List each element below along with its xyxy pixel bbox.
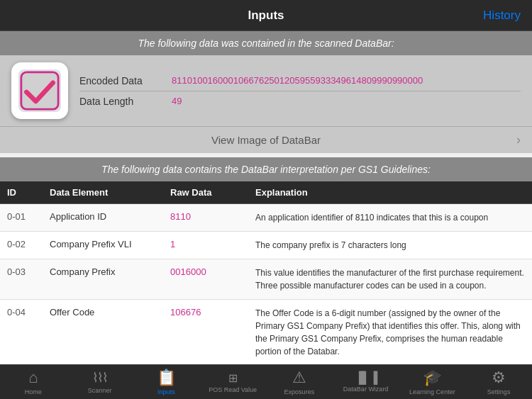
page-title: Inputs xyxy=(248,9,284,23)
table-row[interactable]: 0-04 Offer Code 106676 The Offer Code is… xyxy=(0,300,532,366)
tab-inputs[interactable]: 📋 Inputs xyxy=(133,369,200,395)
cell-element: Company Prefix xyxy=(50,266,170,277)
databar-header: The following data was contained in the … xyxy=(0,31,532,55)
encoded-data-row: Encoded Data 811010016000106676250120595… xyxy=(79,71,521,91)
databar-header-text: The following data was contained in the … xyxy=(138,38,394,49)
home-icon: ⌂ xyxy=(28,369,38,387)
top-nav-bar: Inputs History xyxy=(0,0,532,31)
col-header-explanation: Explanation xyxy=(255,187,525,198)
logo-inner xyxy=(18,69,61,112)
cell-id: 0-02 xyxy=(7,239,50,249)
table-row[interactable]: 0-03 Company Prefix 0016000 This value i… xyxy=(0,259,532,300)
data-length-value: 49 xyxy=(172,96,521,106)
cell-rawdata: 0016000 xyxy=(170,266,255,277)
tab-pos-label: POS Read Value xyxy=(209,386,257,393)
inputs-icon: 📋 xyxy=(157,369,176,387)
cell-rawdata: 8110 xyxy=(170,211,255,222)
bottom-tab-bar: ⌂ Home ⌇⌇⌇ Scanner 📋 Inputs ⊞ POS Read V… xyxy=(0,364,532,399)
data-fields: Encoded Data 811010016000106676250120595… xyxy=(79,71,521,111)
cell-element: Application ID xyxy=(50,211,170,222)
cell-explanation: This value identifies the manufacturer o… xyxy=(255,266,525,292)
tab-scanner[interactable]: ⌇⌇⌇ Scanner xyxy=(67,370,133,394)
view-image-label: View Image of DataBar xyxy=(211,134,321,146)
app-logo xyxy=(11,62,68,119)
encoded-data-value: 8110100160001066762501205955933349614809… xyxy=(172,75,521,86)
cell-rawdata: 1 xyxy=(170,239,255,249)
tab-settings[interactable]: ⚙ Settings xyxy=(465,369,532,395)
view-image-row[interactable]: View Image of DataBar › xyxy=(0,126,532,153)
cell-explanation: An application identifier of 8110 indica… xyxy=(255,211,525,224)
wizard-icon: ▐▌▐ xyxy=(355,371,377,384)
tab-exposures[interactable]: ⚠ Exposures xyxy=(266,369,333,395)
tab-settings-label: Settings xyxy=(487,388,511,395)
cell-rawdata: 106676 xyxy=(170,307,255,317)
exposures-icon: ⚠ xyxy=(292,369,306,387)
data-table: ID Data Element Raw Data Explanation 0-0… xyxy=(0,181,532,366)
cell-id: 0-03 xyxy=(7,266,50,277)
tab-home-label: Home xyxy=(25,388,42,395)
history-button[interactable]: History xyxy=(483,9,521,23)
cell-explanation: The company prefix is 7 characters long xyxy=(255,239,525,252)
cell-id: 0-04 xyxy=(7,307,50,317)
scanner-icon: ⌇⌇⌇ xyxy=(92,370,107,386)
data-length-row: Data Length 49 xyxy=(79,91,521,111)
main-content: The following data was contained in the … xyxy=(0,31,532,369)
data-length-label: Data Length xyxy=(79,96,172,107)
tab-wizard[interactable]: ▐▌▐ DataBar Wizard xyxy=(333,371,399,393)
tab-learning[interactable]: 🎓 Learning Center xyxy=(399,369,466,395)
logo-svg xyxy=(20,71,60,111)
chevron-right-icon: › xyxy=(516,133,521,147)
cell-explanation: The Offer Code is a 6-digit number (assi… xyxy=(255,307,525,358)
cell-element: Offer Code xyxy=(50,307,170,317)
table-row[interactable]: 0-02 Company Prefix VLI 1 The company pr… xyxy=(0,232,532,259)
cell-element: Company Prefix VLI xyxy=(50,239,170,249)
pos-icon: ⊞ xyxy=(228,371,238,385)
col-header-rawdata: Raw Data xyxy=(170,187,255,198)
table-rows-container: 0-01 Application ID 8110 An application … xyxy=(0,204,532,366)
cell-id: 0-01 xyxy=(7,211,50,222)
col-header-element: Data Element xyxy=(50,187,170,198)
gs1-header: The following data contains the DataBar … xyxy=(0,157,532,181)
tab-wizard-label: DataBar Wizard xyxy=(343,386,389,393)
tab-pos[interactable]: ⊞ POS Read Value xyxy=(199,371,266,393)
encoded-data-label: Encoded Data xyxy=(79,75,172,86)
col-header-id: ID xyxy=(7,187,50,198)
table-header-row: ID Data Element Raw Data Explanation xyxy=(0,181,532,204)
tab-scanner-label: Scanner xyxy=(88,387,112,394)
tab-home[interactable]: ⌂ Home xyxy=(0,369,67,395)
tab-inputs-label: Inputs xyxy=(157,388,175,395)
scanned-section: Encoded Data 811010016000106676250120595… xyxy=(0,55,532,126)
settings-icon: ⚙ xyxy=(492,369,506,387)
tab-exposures-label: Exposures xyxy=(284,388,315,395)
table-row[interactable]: 0-01 Application ID 8110 An application … xyxy=(0,204,532,232)
learning-icon: 🎓 xyxy=(423,369,442,387)
gs1-header-text: The following data contains the DataBar … xyxy=(101,164,431,175)
tab-learning-label: Learning Center xyxy=(409,388,455,395)
